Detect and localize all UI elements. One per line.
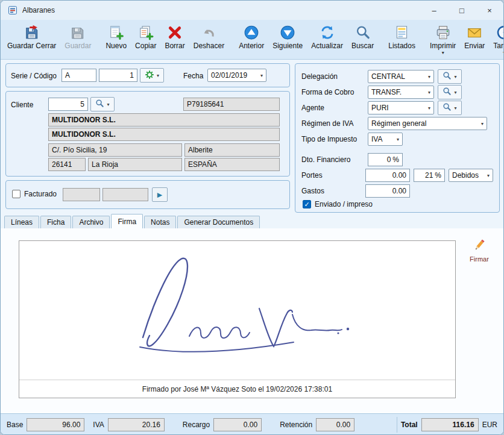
tab-archivo[interactable]: Archivo [72,216,110,228]
cliente-nombre-comercial-value: MULTIDONOR S.L. [52,130,116,139]
undo-label: Deshacer [194,42,224,50]
new-button[interactable]: Nuevo [101,22,131,51]
retencion-label: Retención [280,421,312,429]
save-close-button[interactable]: Guardar Cerrar [3,22,60,51]
numeracion-settings-button[interactable]: ▾ [140,68,164,83]
chevron-down-icon: ▾ [454,105,456,111]
save-close-label: Guardar Cerrar [7,42,56,50]
delete-button[interactable]: Borrar [160,22,189,51]
gastos-value: 0.00 [392,187,406,195]
save-label: Guardar [65,42,91,50]
portes-iva-sufijo: % [435,171,441,180]
chevron-down-icon: ▾ [428,74,430,80]
undo-icon [201,24,216,41]
delegacion-value: CENTRAL [371,72,405,81]
reports-button[interactable]: Listados [384,22,420,51]
delegacion-label: Delegación [301,70,338,83]
tasks-button[interactable]: Tareas ▾ [489,22,504,56]
chevron-down-icon: ▾ [454,90,456,95]
search-label: Buscar [351,42,374,50]
recargo-field: 0.00 [213,418,262,431]
cliente-direccion-value: C/. Pío Sicilia, 19 [52,146,107,154]
forma-cobro-search-button[interactable]: ▾ [438,85,462,99]
arrow-up-circle-icon [244,24,259,41]
portes-iva-input[interactable]: 21 % [414,169,445,182]
delegacion-combo[interactable]: CENTRAL ▾ [368,70,434,83]
send-label: Enviar [464,42,485,50]
new-icon [109,24,124,41]
tab-generar-documentos[interactable]: Generar Documentos [177,216,260,228]
delegacion-search-button[interactable]: ▾ [438,69,462,84]
refresh-button[interactable]: Actualizar [307,22,347,51]
cliente-codigo-input[interactable]: 5 [48,98,88,111]
fecha-label: Fecha [183,69,203,83]
agente-search-button[interactable]: ▾ [438,101,462,115]
tasks-label: Tareas [493,42,504,50]
forma-cobro-combo[interactable]: TRANSF. ▾ [368,86,434,99]
close-button[interactable]: × [476,1,503,20]
facturar-button[interactable]: ▶ [152,187,168,202]
maximize-button[interactable]: □ [448,1,476,20]
checkbox-unchecked-icon [12,190,20,198]
gastos-input[interactable]: 0.00 [365,184,410,198]
tipo-impuesto-combo[interactable]: IVA ▾ [368,133,403,146]
fecha-combo[interactable]: 02/01/2019 ▾ [207,69,266,82]
tab-strip: Líneas Ficha Archivo Firma Notas Generar… [1,214,503,228]
save-button[interactable]: Guardar [60,22,95,51]
chevron-down-icon: ▾ [107,102,109,107]
portes-tipo-combo[interactable]: Debidos ▾ [449,169,493,182]
send-button[interactable]: Enviar [460,22,489,51]
enviado-checkbox[interactable]: ✓ Enviado / impreso [303,200,373,208]
delete-label: Borrar [165,42,184,50]
cliente-search-button[interactable]: ▾ [90,97,115,111]
portes-value: 0.00 [392,171,406,180]
firmar-button[interactable]: Firmar [462,238,496,263]
iva-field: 20.16 [108,418,165,431]
magnifier-icon [95,99,104,110]
magnifier-icon [443,102,452,113]
regimen-iva-combo[interactable]: Régimen general ▾ [368,117,487,130]
clock-icon [496,24,504,41]
search-button[interactable]: Buscar [347,22,378,51]
detalles-groupbox: Delegación CENTRAL ▾ ▾ Forma de Cobro TR… [295,63,500,213]
tab-firma[interactable]: Firma [111,214,143,228]
checkbox-checked-icon: ✓ [303,200,311,208]
chevron-down-icon: ▾ [260,73,263,78]
retencion-value: 0.00 [336,421,350,429]
chevron-down-icon: ▾ [428,90,430,95]
tab-notas[interactable]: Notas [144,216,176,228]
refresh-label: Actualizar [311,42,343,50]
chevron-down-icon: ▾ [454,74,456,80]
portes-input[interactable]: 0.00 [365,169,410,182]
signature-image [19,241,455,380]
chevron-down-icon: ▾ [157,73,159,78]
portes-label: Portes [301,169,323,182]
tab-lineas[interactable]: Líneas [4,216,39,228]
cliente-nif-value: P79185641 [187,100,224,108]
serie-input[interactable]: A [61,69,96,82]
magnifier-icon [443,71,452,82]
undo-button[interactable]: Deshacer [189,22,228,51]
new-label: Nuevo [106,42,127,50]
facturado-label: Facturado [24,190,57,198]
save-icon [70,24,86,41]
facturado-checkbox[interactable]: Facturado [12,190,57,198]
print-button[interactable]: Imprimir ▾ [426,22,460,56]
copy-button[interactable]: Copiar [131,22,160,51]
base-field: 96.00 [27,418,84,431]
forma-cobro-label: Forma de Cobro [301,86,354,99]
regimen-iva-label: Régimen de IVA [301,117,354,130]
previous-button[interactable]: Anterior [235,22,268,51]
dto-financiero-value: 0 [387,155,391,164]
gastos-label: Gastos [301,184,324,198]
save-close-icon [24,24,40,41]
next-button[interactable]: Siguiente [268,22,307,51]
facturado-groupbox: Facturado ▶ [5,180,290,209]
codigo-input[interactable]: 1 [99,69,137,82]
minimize-button[interactable]: – [420,1,448,20]
agente-combo[interactable]: PURI ▾ [368,101,434,114]
tab-ficha[interactable]: Ficha [40,216,71,228]
dto-financiero-input[interactable]: 0 % [368,153,403,166]
titlebar: Albaranes – □ × [1,1,503,20]
agente-value: PURI [371,104,389,112]
